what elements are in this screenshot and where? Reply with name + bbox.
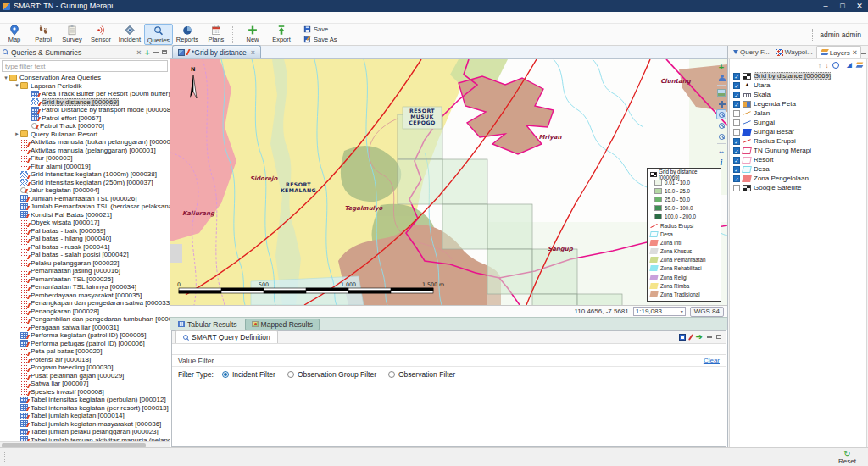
layer-row[interactable]: Resort (730, 155, 866, 164)
tree-item[interactable]: Obyek wisata [000017] (0, 219, 170, 227)
zoom-select-tool-icon[interactable] (716, 109, 726, 119)
tree-item[interactable]: Tabel intensitas kegiatan (per resort) [… (0, 404, 170, 413)
tree-expander-icon[interactable] (14, 82, 20, 89)
layer-row[interactable]: Sungai Besar (730, 127, 866, 136)
sensor-mode-button[interactable]: Sensor (86, 24, 115, 45)
run-query-icon[interactable]: ➔ (696, 334, 703, 341)
transparency-icon[interactable]: ◢ (847, 61, 852, 69)
plans-mode-button[interactable]: Plans (202, 24, 231, 45)
tree-item[interactable]: Pemberdayaan masyarakat [000035] (0, 291, 170, 300)
layer-checkbox[interactable] (733, 82, 740, 89)
identify-feature-icon[interactable] (716, 73, 726, 83)
tree-item[interactable]: Pal batas - salah posisi [000042] (0, 251, 170, 259)
tree-item[interactable]: Patrol effort [00067] (0, 114, 170, 123)
tree-expander-icon[interactable] (14, 130, 20, 137)
queries-mode-button[interactable]: Queries (144, 24, 173, 45)
zoom-extent-icon[interactable]: ↔ (716, 146, 726, 156)
new-query-icon[interactable]: + (145, 47, 150, 58)
reports-mode-button[interactable]: Reports (173, 24, 202, 45)
layer-row[interactable]: Radius Erupsi (730, 136, 866, 146)
tree-item[interactable]: Pusat pelatihan gajah [000029] (0, 372, 170, 380)
layer-row[interactable]: Jalan (730, 108, 866, 118)
maximize-panel-icon[interactable] (716, 335, 721, 339)
move-layer-down-icon[interactable]: ↓ (825, 61, 829, 69)
layers-tab[interactable]: Layers × (816, 46, 861, 58)
tabular-results-tab[interactable]: Tabular Results (172, 319, 243, 330)
zoom-to-layer-icon[interactable] (832, 62, 839, 69)
tree-item[interactable]: Jumlah Pemanfaatan TSL [000026] (0, 195, 170, 203)
tree-item[interactable]: Performa kegiatan (patrol ID) [000005] (0, 331, 170, 340)
maximize-icon[interactable]: □ (834, 0, 851, 12)
add-layer-icon[interactable]: + (716, 62, 726, 72)
tree-item[interactable]: Fitur [000003] (0, 154, 170, 163)
map-scale-select[interactable]: 1:19,083 ▾ (633, 307, 686, 316)
tree-item[interactable]: Spesies invasif [000008] (0, 388, 170, 397)
layer-checkbox[interactable] (733, 92, 740, 98)
patrol-mode-button[interactable]: Patrol (29, 24, 58, 45)
minimize-icon[interactable]: – (817, 0, 834, 12)
tree-item[interactable]: Pemanfaatan TSL lainnya [000034] (0, 283, 170, 291)
tree-filter-input[interactable] (2, 60, 168, 72)
tree-item[interactable]: Peta pal batas [000020] (0, 347, 170, 356)
tree-item[interactable]: Pal batas - baik [000039] (0, 227, 170, 236)
layer-row[interactable]: Google Satellite (730, 183, 866, 192)
tree-item[interactable]: Kondisi Pal Batas [000021] (0, 211, 170, 219)
tree-expander-icon[interactable] (3, 75, 9, 81)
tree-item[interactable]: Aktivitas manusia (pelanggaran) [000001] (0, 147, 170, 155)
tree-item[interactable]: Peragaan satwa liar [000031] (0, 324, 170, 332)
layer-row[interactable]: Zona Pengelolaan (730, 174, 866, 183)
layer-checkbox[interactable] (733, 110, 740, 117)
tree-horizontal-scrollbar[interactable] (0, 441, 170, 447)
tree-item[interactable]: Grid intensitas kegiatan (250m) [000037] (0, 179, 170, 187)
tree-item[interactable]: Aktivitas manusia (bukan pelanggaran) [0… (0, 138, 170, 147)
move-layer-up-icon[interactable]: ↑ (818, 61, 822, 69)
tree-item[interactable]: Jalur kegiatan [000004] (0, 186, 170, 195)
tree-item[interactable]: Jumlah Pemanfaatan TSL (berdasar pelaksa… (0, 202, 170, 211)
zoom-in-icon[interactable]: + (716, 120, 726, 130)
tree-item[interactable]: Conservation Area Queries (0, 74, 170, 82)
layer-checkbox[interactable] (733, 175, 740, 182)
layer-checkbox[interactable] (733, 185, 740, 191)
map-viewport[interactable]: RESORT MUSUK CEPOGO RESORT KEMALANG Kali… (170, 59, 727, 305)
layer-checkbox[interactable] (733, 73, 740, 80)
radio-button-icon[interactable] (388, 371, 395, 378)
minimize-view-icon[interactable] (153, 52, 159, 53)
save-as-button[interactable]: Save As (303, 35, 337, 44)
zoom-out-icon[interactable]: – (716, 131, 726, 141)
info-tool-icon[interactable]: i (716, 157, 726, 167)
tree-item[interactable]: Pal batas - rusak [000041] (0, 243, 170, 252)
layer-row[interactable]: TN Gunung Merapi (730, 146, 866, 155)
tree-item[interactable]: Query Bulanan Resort (0, 130, 170, 139)
tree-item[interactable]: Grid by distance [000069] (0, 98, 170, 107)
tree-item[interactable]: Penangkapan dan pengedaran satwa [000033… (0, 299, 170, 308)
tree-item[interactable]: Tabel jumlah kegiatan masyarakat [000036… (0, 420, 170, 429)
layer-row[interactable]: Skala (730, 90, 866, 99)
collapse-all-icon[interactable]: × (136, 48, 141, 57)
tree-item[interactable]: Area Track Buffer per Resort (500m buffe… (0, 90, 170, 98)
query-definition-tab[interactable]: SMART Query Definition (175, 330, 278, 343)
map-editor-tab[interactable]: *Grid by distance × (172, 45, 261, 58)
layer-row[interactable]: Desa (730, 164, 866, 174)
tree-item[interactable]: Tabel jumlah pelaku pelanggaran [000023] (0, 428, 170, 436)
save-button[interactable]: Save (303, 25, 337, 34)
map-mode-button[interactable]: Map (0, 24, 29, 45)
minimize-view-icon[interactable] (861, 53, 866, 54)
tree-item[interactable]: Potensi air [000018] (0, 356, 170, 364)
tree-item[interactable]: Program breeding [000030] (0, 363, 170, 372)
mapped-results-tab[interactable]: Mapped Results (245, 319, 320, 330)
tree-item[interactable]: Penangkaran [000028] (0, 308, 170, 316)
layer-checkbox[interactable] (733, 157, 740, 164)
filter-type-radio[interactable]: Incident Filter (222, 370, 275, 379)
layer-row[interactable]: Utara (730, 80, 866, 90)
radio-button-icon[interactable] (222, 371, 229, 378)
tree-item[interactable]: Pal batas - hilang [000040] (0, 235, 170, 243)
tree-item[interactable]: Pemanfaatan TSL [000025] (0, 275, 170, 284)
tree-item[interactable]: Fitur alami [000019] (0, 163, 170, 171)
tree-item[interactable]: Patrol Distance by transport mode [00006… (0, 106, 170, 114)
tree-item[interactable]: Satwa liar [000007] (0, 380, 170, 388)
filter-type-radio[interactable]: Observation Group Filter (287, 370, 376, 379)
close-icon[interactable]: ✕ (851, 0, 868, 12)
save-query-icon[interactable] (679, 334, 686, 341)
tree-item[interactable]: Pelaku pelanggaran [000022] (0, 259, 170, 268)
layer-checkbox[interactable] (733, 101, 740, 108)
